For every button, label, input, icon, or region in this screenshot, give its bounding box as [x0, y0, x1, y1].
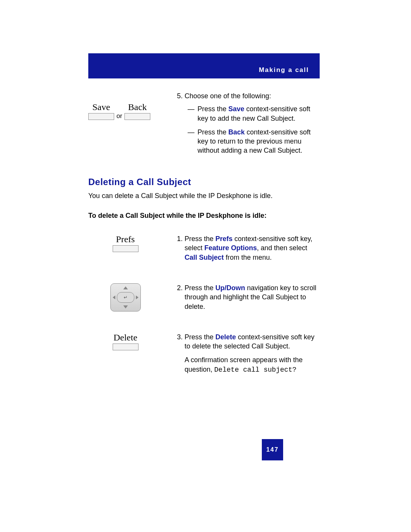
delete-step-2: ↵ Press the Up/Down navigation key to sc…	[88, 283, 320, 315]
arrow-left-icon	[113, 296, 115, 299]
step-5-block: Save or Back Choose one of the following…	[88, 91, 320, 160]
step-5-bullet-1: Press the Save context-sensitive soft ke…	[188, 104, 320, 123]
delete-step-1: Prefs Press the Prefs context-sensitive …	[88, 234, 320, 266]
softkey-delete-button	[113, 343, 139, 350]
or-text: or	[116, 112, 122, 120]
section-intro: You can delete a Call Subject while the …	[88, 191, 320, 200]
header-title: Making a call	[259, 66, 309, 74]
softkey-save-label: Save	[92, 102, 110, 112]
softkey-prefs-label: Prefs	[116, 234, 135, 244]
nav-key-icon: ↵	[110, 283, 141, 312]
softkey-prefs: Prefs	[113, 234, 139, 252]
arrow-down-icon	[123, 305, 128, 308]
section-heading: Deleting a Call Subject	[88, 177, 320, 187]
softkey-row-save-back: Save or Back	[88, 102, 162, 120]
softkey-back: Back	[124, 102, 150, 120]
step-5-intro: Choose one of the following:	[185, 92, 271, 100]
nav-center-icon: ↵	[117, 292, 134, 303]
page-number: 147	[262, 439, 283, 460]
step-5-text: Choose one of the following: Press the S…	[185, 91, 320, 155]
step-5-bullet-2: Press the Back context-sensitive soft ke…	[188, 128, 320, 155]
arrow-right-icon	[136, 296, 139, 299]
softkey-delete: Delete	[113, 332, 139, 350]
softkey-delete-label: Delete	[113, 332, 137, 343]
softkey-save-button	[88, 113, 114, 120]
delete-step-1-text: Press the Prefs context-sensitive soft k…	[185, 234, 320, 262]
softkey-back-button	[124, 113, 150, 120]
delete-step-2-text: Press the Up/Down navigation key to scro…	[185, 283, 320, 311]
softkey-save: Save	[88, 102, 114, 120]
softkey-back-label: Back	[128, 102, 147, 112]
softkey-prefs-button	[113, 245, 139, 252]
arrow-up-icon	[123, 286, 128, 289]
section-subheading: To delete a Call Subject while the IP De…	[88, 212, 320, 220]
delete-step-3-text: Press the Delete context-sensitive soft …	[185, 332, 320, 374]
header-bar: Making a call	[88, 53, 320, 78]
delete-step-3: Delete Press the Delete context-sensitiv…	[88, 332, 320, 378]
